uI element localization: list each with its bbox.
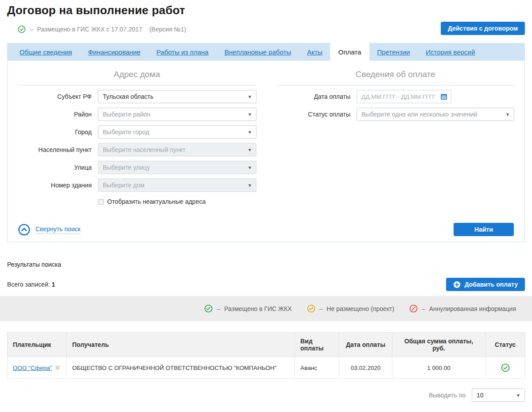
table-row: ООО "Сфера" ОБЩЕСТВО С ОГРАНИЧЕННОЙ ОТВЕ… xyxy=(8,357,525,379)
ban-circle-red-icon xyxy=(409,304,418,313)
recipient-cell: ОБЩЕСТВО С ОГРАНИЧЕННОЙ ОТВЕТСТВЕННОСТЬЮ… xyxy=(67,357,295,379)
chevron-down-icon: ▼ xyxy=(248,165,252,170)
search-panel: Адрес дома Субъект РФ Тульская область ▼… xyxy=(7,61,525,242)
chevron-up-circle-icon xyxy=(18,224,30,236)
address-section: Адрес дома Субъект РФ Тульская область ▼… xyxy=(8,70,266,205)
records-total: Всего записей: 1 xyxy=(7,281,55,288)
district-label: Район xyxy=(17,111,92,118)
header-row: – Размещено в ГИС ЖКХ с 17.07.2017 (Верс… xyxy=(7,22,525,35)
find-button[interactable]: Найти xyxy=(454,223,514,236)
col-recipient: Получатель xyxy=(67,333,295,357)
add-payment-button[interactable]: Добавить оплату xyxy=(446,278,525,291)
district-select[interactable]: Выберите район ▼ xyxy=(98,108,256,121)
chevron-down-icon: ▼ xyxy=(248,130,252,135)
page-title: Договор на выполнение работ xyxy=(7,4,525,17)
tab-financing[interactable]: Финансирование xyxy=(88,48,140,56)
payment-info-section: Сведения об оплате Дата оплаты ДД.ММ.ГГГ… xyxy=(266,70,524,205)
collapse-search-link[interactable]: Свернуть поиск xyxy=(18,224,81,236)
city-label: Город xyxy=(17,128,92,136)
payment-date-cell: 03.02.2020 xyxy=(339,357,392,379)
calendar-icon[interactable] xyxy=(440,93,447,100)
show-inactive-addresses-label: Отобразить неактуальные адреса xyxy=(107,198,206,205)
check-circle-orange-icon xyxy=(307,304,315,313)
version-text: (Версия №1) xyxy=(149,26,186,33)
total-amount-cell: 1 000.00 xyxy=(392,357,485,379)
col-status: Статус xyxy=(485,333,525,357)
table-header-row: Плательщик Получатель Вид оплаты Дата оп… xyxy=(8,333,525,357)
col-payment-type: Вид оплаты xyxy=(295,333,339,357)
chevron-down-icon: ▼ xyxy=(248,112,252,117)
col-total-amount: Общая сумма оплаты, руб. xyxy=(392,333,485,357)
per-page-row: Выводить по 10 ▼ xyxy=(7,389,525,402)
chevron-down-icon: ▼ xyxy=(516,393,520,398)
payment-status-label: Статус оплаты xyxy=(276,111,350,118)
payment-date-label: Дата оплаты xyxy=(276,93,350,100)
address-section-title: Адрес дома xyxy=(17,70,256,86)
status-cell xyxy=(485,357,525,379)
double-chevron-down-icon[interactable] xyxy=(54,364,61,371)
building-number-select: Выберите дом ▼ xyxy=(98,179,256,192)
payer-link[interactable]: ООО "Сфера" xyxy=(13,365,52,371)
totals-row: Всего записей: 1 Добавить оплату xyxy=(7,278,525,291)
status-placed-icon xyxy=(18,25,26,33)
contract-status-line: – Размещено в ГИС ЖКХ с 17.07.2017 (Верс… xyxy=(18,25,186,33)
payment-date-range-input[interactable]: ДД.ММ.ГГГГ - ДД.ММ.ГГГГ xyxy=(357,90,451,103)
payer-cell: ООО "Сфера" xyxy=(8,357,67,379)
subject-rf-label: Субъект РФ xyxy=(17,93,92,100)
payment-type-cell: Аванс xyxy=(295,357,339,379)
subject-rf-select[interactable]: Тульская область ▼ xyxy=(98,90,256,103)
chevron-down-icon: ▼ xyxy=(248,183,252,188)
col-payment-date: Дата оплаты xyxy=(339,333,392,357)
search-panel-footer: Свернуть поиск Найти xyxy=(8,205,524,242)
payment-section-title: Сведения об оплате xyxy=(276,70,515,86)
settlement-label: Населенный пункт xyxy=(17,146,92,153)
building-number-label: Номер здания xyxy=(17,182,92,189)
tab-version-history[interactable]: История версий xyxy=(426,48,475,56)
check-circle-green-icon xyxy=(204,304,213,313)
show-inactive-addresses-row: Отобразить неактуальные адреса xyxy=(98,198,256,205)
legend-item-draft: – Не размещено (проект) xyxy=(307,304,394,313)
chevron-down-icon: ▼ xyxy=(248,94,252,99)
per-page-label: Выводить по xyxy=(429,392,466,399)
contract-actions-button[interactable]: Действия с договором xyxy=(441,22,525,35)
per-page-select[interactable]: 10 ▼ xyxy=(472,389,525,402)
tab-general[interactable]: Общие сведения xyxy=(19,48,72,56)
city-select[interactable]: Выберите город ▼ xyxy=(98,125,256,139)
tab-claims[interactable]: Претензии xyxy=(377,48,410,56)
street-select: Выберите улицу ▼ xyxy=(98,161,256,174)
tab-acts[interactable]: Акты xyxy=(307,48,322,56)
legend-item-annulled: – Аннулированная информация xyxy=(409,304,516,313)
plus-circle-icon xyxy=(453,281,461,288)
status-legend-bar: – Размещено в ГИС ЖКХ – Не размещено (пр… xyxy=(0,296,532,321)
show-inactive-addresses-checkbox[interactable] xyxy=(98,199,104,205)
legend-item-placed: – Размещено в ГИС ЖКХ xyxy=(204,304,291,313)
payment-status-select[interactable]: Выберите одно или несколько значений ▼ xyxy=(357,108,514,121)
status-placed-icon xyxy=(501,363,510,372)
results-title: Результаты поиска xyxy=(7,261,525,268)
tab-payment[interactable]: Оплата xyxy=(330,43,370,61)
street-label: Улица xyxy=(17,164,92,171)
settlement-select: Выберите населенный пункт ▼ xyxy=(98,143,256,156)
chevron-down-icon: ▼ xyxy=(505,112,510,117)
payments-table: Плательщик Получатель Вид оплаты Дата оп… xyxy=(7,332,525,379)
status-text: Размещено в ГИС ЖКХ с 17.07.2017 xyxy=(37,26,142,33)
chevron-down-icon: ▼ xyxy=(248,148,252,152)
tab-planned-works[interactable]: Работы из плана xyxy=(156,48,209,56)
col-payer: Плательщик xyxy=(8,333,67,357)
page: Договор на выполнение работ – Размещено … xyxy=(0,0,532,412)
records-total-value: 1 xyxy=(52,281,55,288)
tab-unplanned-works[interactable]: Внеплановые работы xyxy=(225,48,291,56)
status-dash: – xyxy=(30,26,34,33)
tab-bar: Общие сведения Финансирование Работы из … xyxy=(7,43,525,61)
